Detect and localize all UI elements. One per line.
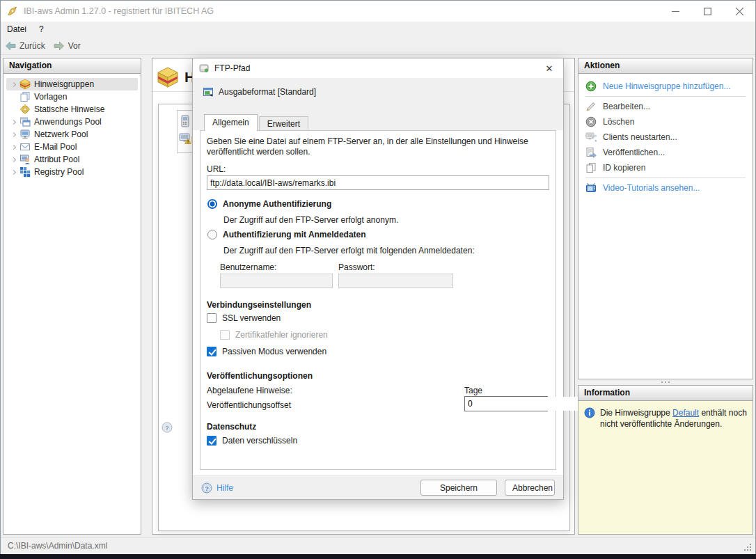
nav-item-hinweisgruppen[interactable]: Hinweisgruppen (6, 78, 138, 90)
anonymous-auth-description: Der Zugriff auf den FTP-Server erfolgt a… (223, 215, 398, 225)
package-icon (19, 79, 31, 90)
nav-item-label: Statische Hinweise (34, 104, 104, 114)
expander-icon[interactable] (9, 133, 19, 136)
username-input (220, 274, 333, 288)
output-format-icon (203, 86, 214, 97)
action-veroeffentlichen[interactable]: Veröffentlichen... (578, 145, 753, 160)
nav-item-registry-pool[interactable]: Registry Pool (6, 166, 138, 178)
encrypt-data-checkbox[interactable] (207, 436, 216, 446)
separator (585, 178, 746, 178)
ssl-label[interactable]: SSL verwenden (222, 313, 281, 323)
password-input (338, 274, 453, 288)
tab-erweitert[interactable]: Erweitert (259, 116, 308, 131)
information-panel: Information Die Hinweisgruppe Default en… (578, 385, 753, 535)
nav-item-label: Anwendungs Pool (34, 117, 102, 127)
action-loeschen[interactable]: Löschen (578, 114, 753, 129)
action-bearbeiten[interactable]: Bearbeiten... (578, 99, 753, 114)
nav-item-anwendungs-pool[interactable]: Anwendungs Pool (6, 116, 138, 128)
toolbar: Zurück Vor (1, 37, 755, 55)
credentials-auth-radio[interactable] (207, 230, 217, 239)
nav-item-vorlagen[interactable]: Vorlagen (6, 90, 138, 103)
page-heading: H (157, 66, 195, 88)
ftp-dialog-icon (198, 63, 210, 74)
nav-item-netzwerk-pool[interactable]: Netzwerk Pool (6, 128, 138, 141)
menu-datei[interactable]: Datei (1, 22, 33, 37)
help-label: Hilfe (216, 483, 233, 493)
back-button[interactable]: Zurück (1, 38, 49, 54)
underlying-icon-strip (177, 110, 194, 153)
dialog-title: FTP-Pfad (214, 63, 250, 73)
default-group-link[interactable]: Default (672, 408, 699, 418)
menu-bar: Datei ? (1, 22, 755, 37)
url-input[interactable] (207, 175, 549, 190)
back-arrow-icon (5, 41, 16, 51)
menu-help[interactable]: ? (33, 22, 50, 37)
output-format-label: Ausgabeformat [Standard] (219, 87, 316, 97)
action-video-tutorials[interactable]: Video-Tutorials ansehen... (578, 180, 753, 196)
resize-grip-icon[interactable] (743, 542, 751, 551)
app-icon (7, 6, 18, 17)
action-label: ID kopieren (603, 163, 645, 173)
anonymous-auth-radio[interactable] (207, 199, 217, 209)
credentials-auth-label[interactable]: Authentifizierung mit Anmeldedaten (223, 230, 366, 239)
publish-icon (585, 147, 597, 158)
offset-input[interactable] (465, 397, 578, 411)
expander-icon[interactable] (9, 145, 19, 149)
action-label: Clients neustarten... (603, 132, 677, 142)
action-label: Bearbeiten... (603, 102, 650, 111)
forward-arrow-icon (54, 41, 65, 51)
dialog-close-icon[interactable]: ✕ (535, 58, 563, 78)
info-message: Die Hinweisgruppe Default enthält noch n… (600, 407, 747, 430)
navigation-panel: Navigation Hinweisgruppen Vorlagen Stati… (3, 58, 141, 535)
save-button[interactable]: Speichern (420, 480, 497, 496)
nav-item-label: Hinweisgruppen (34, 79, 94, 89)
nav-item-label: Attribut Pool (34, 155, 79, 164)
connection-section-title: Verbindungseinstellungen (207, 300, 311, 310)
dialog-header: Ausgabeformat [Standard] Allgemein Erwei… (193, 78, 563, 130)
action-clients-neustarten[interactable]: Clients neustarten... (578, 129, 753, 145)
expander-icon[interactable] (9, 120, 19, 124)
nav-item-attribut-pool[interactable]: Attribut Pool (6, 153, 138, 166)
expander-icon[interactable] (9, 171, 19, 174)
passive-mode-label[interactable]: Passiven Modus verwenden (222, 347, 326, 356)
tab-allgemein[interactable]: Allgemein (204, 114, 258, 131)
action-id-kopieren[interactable]: ID kopieren (578, 160, 753, 175)
expired-notes-label: Abgelaufene Hinweise: (207, 386, 292, 395)
taskbar-edge (0, 554, 756, 559)
action-add-hinweisgruppe[interactable]: Neue Hinweisgruppe hinzufügen... (578, 79, 753, 94)
minimize-icon[interactable] (659, 1, 691, 22)
applications-icon (19, 116, 31, 127)
nav-item-statische-hinweise[interactable]: Statische Hinweise (6, 103, 138, 116)
cert-errors-label: Zertifikatfehler ignorieren (235, 330, 328, 340)
nav-item-email-pool[interactable]: E-Mail Pool (6, 141, 138, 153)
delete-icon (585, 116, 597, 127)
svg-text:?: ? (205, 485, 209, 491)
svg-text:?: ? (165, 425, 169, 432)
expander-icon[interactable] (9, 158, 19, 162)
credentials-auth-description: Der Zugriff auf den FTP-Server erfolgt m… (223, 246, 475, 255)
passive-mode-checkbox[interactable] (207, 347, 216, 356)
dialog-tabs: Allgemein Erweitert (204, 114, 310, 131)
panel-splitter[interactable] (578, 379, 753, 385)
close-icon[interactable] (723, 1, 755, 22)
encrypt-data-label[interactable]: Daten verschlüsseln (222, 436, 297, 446)
underlying-help-icon: ? (162, 422, 173, 433)
hinweisgruppen-page-icon (157, 66, 179, 88)
cancel-button[interactable]: Abbrechen (505, 480, 555, 496)
registry-icon (19, 166, 31, 178)
help-link[interactable]: ? Hilfe (201, 482, 233, 494)
forward-button[interactable]: Vor (49, 38, 85, 54)
action-label: Neue Hinweisgruppe hinzufügen... (603, 81, 730, 91)
ssl-checkbox[interactable] (207, 313, 216, 323)
info-text-prefix: Die Hinweisgruppe (600, 408, 672, 418)
expander-icon[interactable] (9, 83, 19, 86)
anonymous-auth-label[interactable]: Anonyme Authentifizierung (223, 199, 331, 209)
action-label: Veröffentlichen... (603, 148, 665, 157)
email-icon (19, 141, 31, 152)
copy-id-icon (585, 162, 597, 173)
device-icon (180, 115, 190, 127)
dialog-intro-text: Geben Sie eine Datei auf einem FTP-Serve… (207, 136, 552, 157)
password-label: Passwort: (338, 262, 375, 272)
nav-item-label: Vorlagen (34, 92, 67, 102)
maximize-icon[interactable] (691, 1, 723, 22)
